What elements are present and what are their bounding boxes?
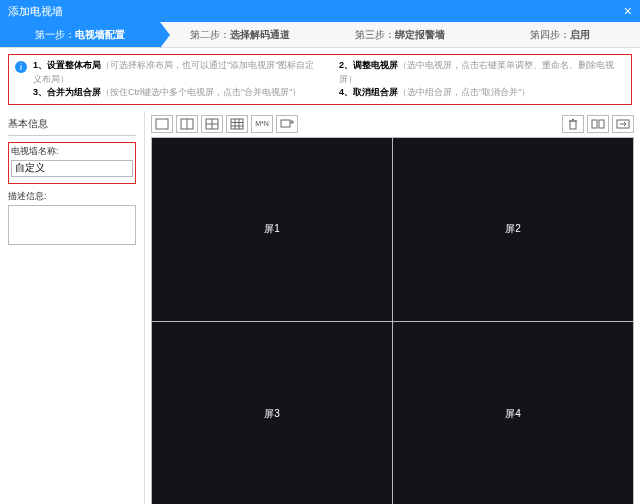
basic-heading: 基本信息 <box>8 117 136 136</box>
svg-rect-17 <box>592 120 597 128</box>
layout-3x3-icon[interactable] <box>226 115 248 133</box>
layout-2x2-icon[interactable] <box>201 115 223 133</box>
screen-cell-1[interactable]: 屏1 <box>152 138 392 322</box>
video-wall-grid: 屏1 屏2 屏3 屏4 <box>151 137 634 505</box>
tip-col-left: 1、设置整体布局（可选择标准布局，也可以通过"添加电视屏"图标自定义布局） 3、… <box>33 59 319 100</box>
instruction-box: i 1、设置整体布局（可选择标准布局，也可以通过"添加电视屏"图标自定义布局） … <box>8 54 632 105</box>
svg-rect-6 <box>231 119 243 129</box>
window-title: 添加电视墙 <box>8 4 63 19</box>
screen-cell-4[interactable]: 屏4 <box>393 322 633 504</box>
name-label: 电视墙名称: <box>11 145 133 158</box>
video-wall-grid-wrap: 电视屏布局，自己选择分割 删除 拼接 取消拼接 屏1 屏2 屏3 屏4 <box>151 137 634 505</box>
delete-icon[interactable] <box>562 115 584 133</box>
layout-1-icon[interactable] <box>151 115 173 133</box>
step-1[interactable]: 第一步：电视墙配置 <box>0 22 160 47</box>
step-2[interactable]: 第二步：选择解码通道 <box>160 22 320 47</box>
name-field-highlight: 电视墙名称: <box>8 142 136 184</box>
svg-rect-11 <box>281 120 290 127</box>
svg-rect-14 <box>570 121 576 129</box>
step-3[interactable]: 第三步：绑定报警墙 <box>320 22 480 47</box>
main-panel: M*N 电视屏布局，自己选择分割 删除 拼接 取消拼接 屏1 屏2 屏3 屏4 <box>145 111 640 505</box>
add-screen-icon[interactable] <box>276 115 298 133</box>
sidebar-basic-info: 基本信息 电视墙名称: * 描述信息: <box>0 111 145 505</box>
desc-label: 描述信息: <box>8 190 136 203</box>
screen-cell-2[interactable]: 屏2 <box>393 138 633 322</box>
name-input[interactable] <box>11 160 133 177</box>
layout-toolbar: M*N <box>145 111 640 137</box>
svg-rect-0 <box>156 119 168 129</box>
desc-input[interactable] <box>8 205 136 245</box>
info-icon: i <box>15 61 27 73</box>
layout-2x1-icon[interactable] <box>176 115 198 133</box>
tip-col-right: 2、调整电视屏（选中电视屏，点击右键菜单调整、重命名、删除电视屏） 4、取消组合… <box>339 59 625 100</box>
step-4[interactable]: 第四步：启用 <box>480 22 640 47</box>
merge-icon[interactable] <box>587 115 609 133</box>
screen-cell-3[interactable]: 屏3 <box>152 322 392 504</box>
close-icon[interactable]: × <box>624 3 632 19</box>
svg-rect-18 <box>599 120 604 128</box>
layout-mn-button[interactable]: M*N <box>251 115 273 133</box>
unmerge-icon[interactable] <box>612 115 634 133</box>
wizard-steps: 第一步：电视墙配置 第二步：选择解码通道 第三步：绑定报警墙 第四步：启用 <box>0 22 640 48</box>
title-bar: 添加电视墙 × <box>0 0 640 22</box>
